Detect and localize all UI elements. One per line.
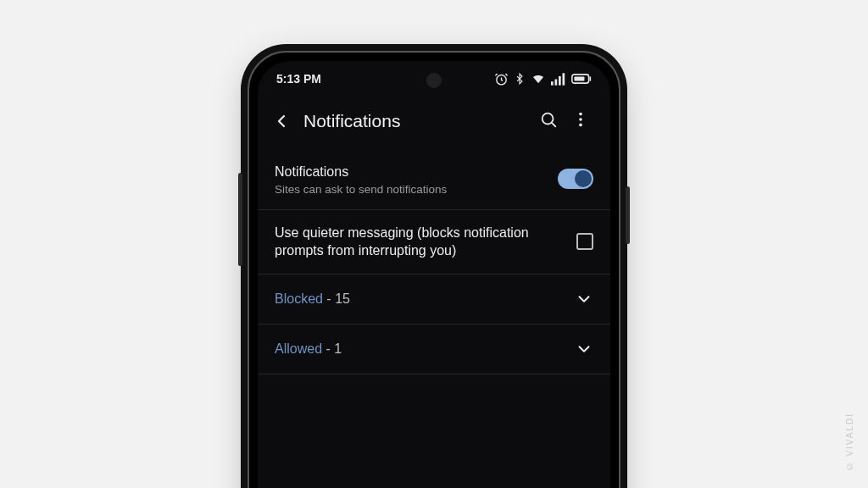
quieter-messaging-row[interactable]: Use quieter messaging (blocks notificati… — [258, 210, 610, 274]
more-vertical-icon — [571, 110, 590, 129]
notifications-switch[interactable] — [558, 169, 593, 189]
svg-rect-7 — [574, 76, 584, 80]
quieter-messaging-checkbox[interactable] — [576, 233, 593, 250]
svg-point-10 — [579, 113, 582, 116]
svg-rect-6 — [589, 76, 591, 80]
svg-point-12 — [579, 124, 582, 127]
svg-rect-1 — [551, 81, 554, 86]
volume-button — [238, 173, 242, 266]
quieter-messaging-label: Use quieter messaging (blocks notificati… — [275, 224, 563, 260]
notifications-toggle-row[interactable]: Notifications Sites can ask to send noti… — [258, 149, 610, 210]
front-camera-icon — [426, 73, 442, 88]
allowed-label: Allowed — [275, 341, 322, 356]
phone-screen: 5:13 PM Notifications — [258, 61, 610, 488]
clock-text: 5:13 PM — [276, 72, 321, 86]
battery-icon — [571, 73, 592, 85]
chevron-down-icon — [575, 340, 593, 358]
bluetooth-icon — [514, 72, 526, 86]
chevron-left-icon — [271, 111, 292, 131]
status-icons — [494, 72, 592, 86]
cellular-signal-icon — [551, 73, 566, 86]
app-bar: Notifications — [258, 93, 610, 149]
svg-rect-2 — [555, 79, 558, 85]
blocked-count: - 15 — [323, 291, 350, 306]
switch-knob-icon — [575, 170, 592, 187]
alarm-icon — [494, 72, 509, 86]
notifications-label: Notifications — [275, 163, 544, 181]
svg-rect-3 — [559, 75, 561, 85]
svg-line-9 — [552, 123, 555, 126]
notifications-sublabel: Sites can ask to send notifications — [275, 183, 544, 196]
overflow-menu-button[interactable] — [565, 105, 597, 137]
power-button — [626, 186, 630, 244]
blocked-label: Blocked — [275, 291, 323, 306]
page-title: Notifications — [303, 111, 532, 131]
search-button[interactable] — [532, 105, 565, 137]
svg-rect-4 — [563, 73, 565, 85]
chevron-down-icon — [575, 290, 593, 308]
search-icon — [539, 110, 558, 129]
phone-frame: 5:13 PM Notifications — [248, 51, 620, 488]
svg-point-11 — [579, 118, 582, 121]
allowed-section[interactable]: Allowed - 1 — [258, 324, 610, 374]
wifi-icon — [531, 72, 546, 86]
allowed-count: - 1 — [322, 341, 342, 356]
back-button[interactable] — [266, 106, 297, 136]
blocked-section[interactable]: Blocked - 15 — [258, 274, 610, 324]
watermark-text: © VIVALDI — [845, 413, 854, 471]
